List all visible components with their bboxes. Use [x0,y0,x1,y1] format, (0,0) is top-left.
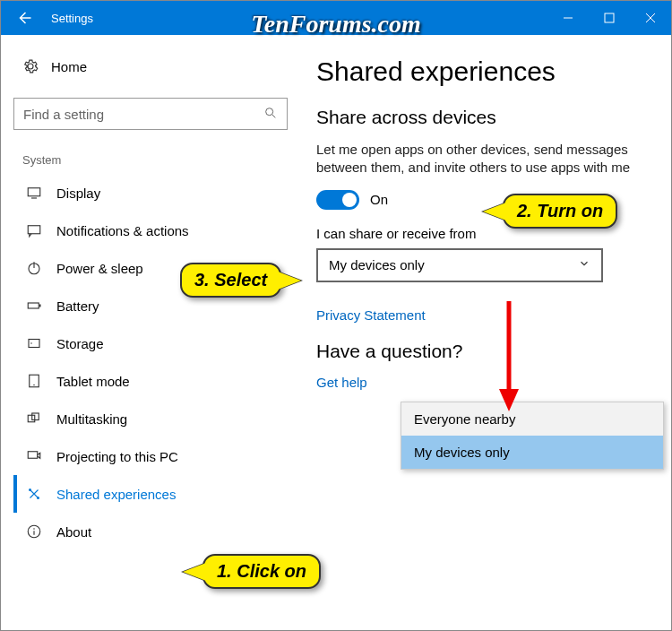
callout-select: 3. Select [180,263,281,298]
svg-point-24 [33,528,35,530]
monitor-icon [26,185,42,201]
sidebar-item-display[interactable]: Display [13,174,297,212]
share-toggle[interactable] [316,190,359,210]
svg-marker-26 [499,389,519,411]
svg-point-16 [33,385,35,386]
svg-rect-19 [28,452,38,459]
toggle-state-label: On [370,192,388,207]
dropdown-popup: Everyone nearby My devices only [401,402,664,470]
dropdown-option-everyone[interactable]: Everyone nearby [401,402,663,436]
help-link[interactable]: Get help [316,375,653,390]
project-icon [26,448,42,464]
sidebar-item-label: Tablet mode [56,374,130,389]
tablet-icon [26,373,42,389]
sidebar-item-label: Storage [56,336,104,351]
arrow-left-icon [16,10,32,26]
sidebar-item-projecting[interactable]: Projecting to this PC [13,437,297,475]
battery-icon [26,298,42,314]
svg-point-14 [30,342,32,344]
sidebar-item-label: About [56,524,91,540]
section-title: Share across devices [316,107,653,128]
dropdown-value: My devices only [329,257,425,272]
sidebar-item-label: Multitasking [56,411,127,427]
sidebar-item-about[interactable]: About [13,513,297,550]
red-arrow-icon [495,297,522,413]
power-icon [26,260,42,276]
sidebar-home-label: Home [51,59,87,74]
question-title: Have a question? [316,341,653,362]
maximize-icon [604,13,615,23]
sidebar-home[interactable]: Home [13,51,297,82]
svg-rect-13 [29,340,39,348]
multitask-icon [26,411,42,427]
svg-rect-1 [605,13,614,22]
share-from-dropdown[interactable]: My devices only [316,248,603,282]
watermark: TenForums.com [251,10,421,39]
share-icon [26,486,42,502]
sidebar-item-label: Shared experiences [56,487,176,502]
close-button[interactable] [630,1,671,35]
minimize-button[interactable] [547,1,589,35]
main-panel: Shared experiences Share across devices … [297,35,671,630]
message-icon [26,222,42,238]
back-button[interactable] [1,1,47,35]
close-icon [645,13,656,23]
sidebar-item-label: Notifications & actions [56,223,189,238]
callout-click-on: 1. Click on [202,554,321,589]
svg-rect-17 [28,415,35,422]
section-desc: Let me open apps on other devices, send … [316,141,653,177]
dropdown-option-mydevices[interactable]: My devices only [401,436,663,469]
sidebar-item-multitasking[interactable]: Multitasking [13,400,297,437]
info-icon [26,523,42,540]
svg-point-20 [29,488,31,491]
minimize-icon [563,13,573,23]
sidebar: Home Find a setting System Display Notif… [1,35,297,630]
svg-point-21 [37,497,39,499]
window-controls [547,1,671,35]
page-title: Shared experiences [316,56,653,87]
sidebar-item-notifications[interactable]: Notifications & actions [13,212,297,249]
callout-turn-on: 2. Turn on [503,194,617,229]
sidebar-item-label: Display [56,186,100,201]
svg-rect-18 [32,413,39,420]
storage-icon [26,335,42,351]
svg-point-4 [266,108,273,115]
svg-rect-8 [28,226,40,234]
gear-icon [22,58,39,74]
search-icon [263,106,278,123]
chevron-down-icon [578,257,590,272]
sidebar-item-label: Power & sleep [56,261,143,276]
privacy-link[interactable]: Privacy Statement [316,307,653,323]
search-input[interactable]: Find a setting [13,98,288,130]
sidebar-item-tablet[interactable]: Tablet mode [13,362,297,400]
svg-rect-11 [28,303,39,308]
sidebar-item-storage[interactable]: Storage [13,324,297,362]
maximize-button[interactable] [589,1,630,35]
svg-line-5 [272,115,275,117]
sidebar-item-label: Battery [56,298,99,314]
sidebar-item-shared-experiences[interactable]: Shared experiences [13,475,297,513]
sidebar-group-label: System [13,146,297,174]
svg-rect-12 [39,305,41,307]
search-placeholder: Find a setting [23,107,263,122]
sidebar-item-label: Projecting to this PC [56,449,178,464]
svg-rect-6 [28,188,40,196]
